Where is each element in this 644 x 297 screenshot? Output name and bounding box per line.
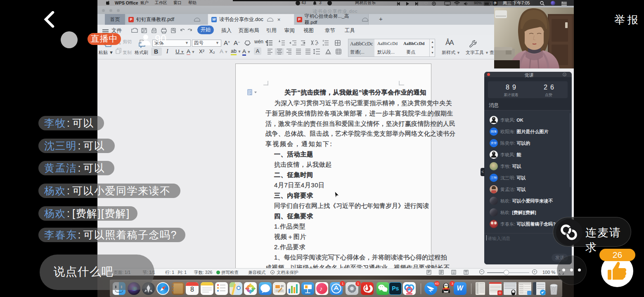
- svg-text:A: A: [316, 41, 319, 45]
